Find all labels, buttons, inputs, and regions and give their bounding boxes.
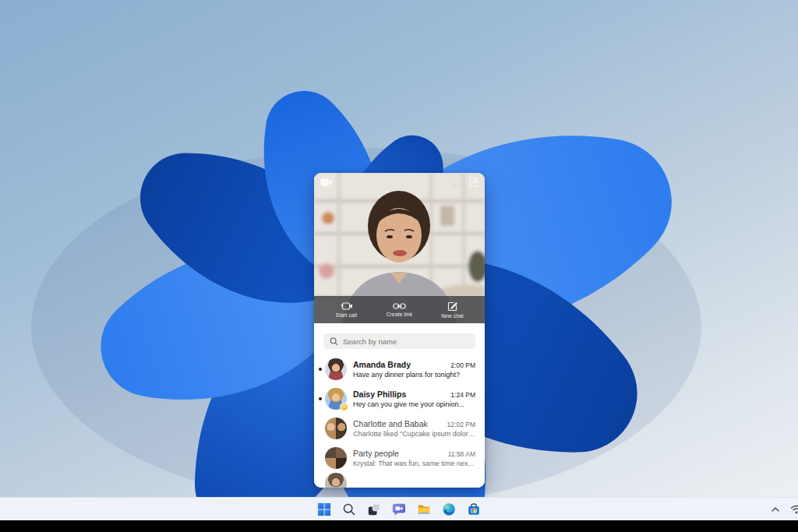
wifi-icon [790, 505, 798, 514]
avatar [325, 388, 347, 410]
chat-list-item[interactable]: Charlotte and Babak 12:02 PM Charlotte l… [314, 414, 485, 443]
chat-name: Daisy Phillips [353, 389, 406, 399]
video-action-bar: Start call Create link New chat [314, 296, 485, 323]
chat-list-item[interactable]: Daisy Phillips 1:24 PM Hey can you give … [314, 384, 485, 414]
chat-time: 1:24 PM [450, 391, 475, 399]
start-call-label: Start call [336, 312, 357, 318]
chat-list-item[interactable]: Party people 11:58 AM Krystal: That was … [314, 443, 485, 473]
chat-flyout-panel: ... Start call [314, 173, 485, 488]
taskbar-center-icons [315, 500, 483, 519]
avatar [325, 447, 347, 469]
screen: ... Start call [0, 0, 798, 532]
system-tray [771, 498, 798, 521]
chat-message-preview: Hey can you give me your opinion... [353, 400, 475, 408]
open-in-window-icon[interactable] [469, 178, 478, 187]
video-preview-tile[interactable]: ... Start call [314, 173, 485, 323]
chat-list-section: Amanda Brady 2:00 PM Have any dinner pla… [314, 333, 485, 488]
chat-time: 2:00 PM [450, 361, 475, 369]
create-link-label: Create link [387, 312, 412, 317]
start-button[interactable] [315, 500, 334, 519]
hidden-icons-chevron[interactable] [771, 500, 780, 519]
search-input[interactable] [343, 337, 469, 346]
search-icon [342, 502, 356, 516]
video-camera-icon[interactable] [320, 178, 333, 187]
avatar [325, 358, 347, 380]
chat-time: 12:02 PM [447, 421, 475, 428]
create-link-button[interactable]: Create link [382, 302, 418, 317]
network-button[interactable] [789, 500, 798, 519]
chat-list: Amanda Brady 2:00 PM Have any dinner pla… [314, 354, 485, 488]
microsoft-store-button[interactable] [464, 500, 483, 519]
new-chat-label: New chat [441, 313, 464, 319]
chat-message-preview: Have any dinner plans for tonight? [353, 371, 475, 379]
teams-chat-icon [392, 502, 406, 516]
chat-name: Amanda Brady [353, 360, 411, 369]
chat-button[interactable] [390, 500, 408, 519]
taskbar [0, 497, 798, 520]
taskbar-search-button[interactable] [340, 500, 358, 519]
search-icon [330, 337, 338, 346]
file-explorer-button[interactable] [415, 500, 433, 519]
chat-time: 11:58 AM [448, 450, 475, 458]
task-view-icon [367, 502, 381, 516]
chat-list-item[interactable] [314, 473, 485, 488]
chat-list-item[interactable]: Amanda Brady 2:00 PM Have any dinner pla… [314, 354, 485, 384]
edge-browser-icon [442, 502, 456, 516]
chat-name: Charlotte and Babak [353, 419, 428, 428]
new-chat-button[interactable]: New chat [435, 301, 471, 319]
search-box[interactable] [323, 333, 475, 349]
edge-button[interactable] [440, 500, 458, 519]
file-explorer-icon [417, 502, 431, 516]
letterbox-strip [0, 520, 798, 532]
chat-name: Party people [353, 449, 399, 458]
avatar [325, 417, 347, 439]
microsoft-store-icon [467, 502, 481, 516]
chevron-up-icon [771, 506, 780, 513]
video-call-icon [341, 301, 353, 311]
windows-start-icon [317, 502, 331, 516]
more-options-icon[interactable]: ... [453, 178, 462, 186]
unread-indicator [319, 368, 322, 371]
start-call-button[interactable]: Start call [329, 301, 365, 318]
chat-message-preview: Charlotte liked "Cupcake ipsum dolor see… [353, 430, 475, 438]
emoji-reaction-badge [340, 403, 348, 411]
link-icon [393, 302, 406, 310]
task-view-button[interactable] [365, 500, 383, 519]
avatar [325, 473, 347, 488]
unread-indicator [319, 397, 322, 400]
chat-message-preview: Krystal: That was fun, same time nex... [353, 460, 475, 467]
new-chat-icon [447, 301, 457, 312]
video-topbar: ... [320, 178, 478, 187]
